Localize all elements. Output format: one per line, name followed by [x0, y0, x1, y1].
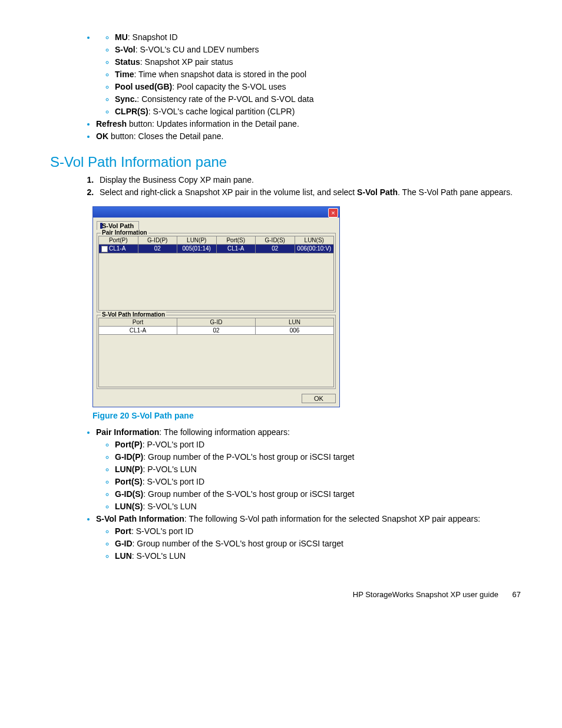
svol-path-information-fieldset: S-Vol Path Information Port G-ID LUN CL1…: [97, 315, 336, 389]
table-row[interactable]: CL1-A 02 005(01:14) CL1-A 02 006(00:10:V…: [99, 245, 334, 253]
term: Pool used(GB): [115, 82, 172, 91]
fieldset-legend: Pair Information: [101, 229, 148, 236]
button-row: OK: [93, 391, 339, 407]
text: . The S-Vol Path pane appears.: [398, 187, 513, 197]
col-lun[interactable]: LUN: [256, 318, 334, 326]
desc: : S-VOL's port ID: [131, 526, 193, 536]
col-port-s[interactable]: Port(S): [216, 236, 256, 245]
doc-title: HP StorageWorks Snapshot XP user guide: [353, 590, 498, 599]
step-1: Display the Business Copy XP main pane.: [96, 175, 521, 185]
desc: : Consistency rate of the P-VOL and S-VO…: [137, 94, 313, 104]
fieldset-legend: S-Vol Path Information: [101, 311, 166, 318]
list-item: Time: Time when snapshot data is stored …: [115, 70, 521, 79]
list-item: Status: Snapshot XP pair status: [115, 57, 521, 67]
tab-svol-path[interactable]: S-Vol Path: [97, 221, 139, 230]
detail-pane-outer-list: MU: Snapshot ID S-Vol: S-VOL's CU and LD…: [96, 32, 521, 141]
col-lun-s[interactable]: LUN(S): [295, 236, 334, 245]
table-row[interactable]: CL1-A 02 006: [99, 326, 334, 334]
list-item: CLPR(S): S-VOL's cache logical partition…: [115, 107, 521, 116]
list-item: MU: Snapshot ID: [115, 32, 521, 42]
desc: : P-VOL's port ID: [143, 440, 204, 449]
term: Time: [115, 70, 134, 79]
term: Status: [115, 57, 140, 67]
table-header-row: Port(P) G-ID(P) LUN(P) Port(S) G-ID(S) L…: [99, 236, 334, 245]
term: Sync.: [115, 94, 137, 104]
list-item: S-Vol: S-VOL's CU and LDEV numbers: [115, 45, 521, 54]
col-gid-p[interactable]: G-ID(P): [138, 236, 177, 245]
pair-info-fields: Port(P): P-VOL's port ID G-ID(P): Group …: [115, 440, 521, 511]
term: Port(S): [115, 477, 143, 486]
desc: : P-VOL's LUN: [143, 465, 196, 474]
list-item: G-ID: Group number of the S-VOL's host g…: [115, 539, 521, 548]
list-item: S-Vol Path Information: The following S-…: [96, 514, 521, 561]
desc: : The following information appears:: [159, 427, 290, 437]
term: LUN: [115, 551, 132, 561]
cell: 02: [177, 326, 256, 334]
pair-information-table: Port(P) G-ID(P) LUN(P) Port(S) G-ID(S) L…: [98, 236, 334, 253]
term: LUN(S): [115, 502, 143, 511]
list-item: LUN(P): P-VOL's LUN: [115, 465, 521, 474]
desc: : S-VOL's LUN: [132, 551, 186, 561]
term: Pair Information: [96, 427, 159, 437]
cell: CL1-A: [99, 245, 138, 253]
list-item: MU: Snapshot ID S-Vol: S-VOL's CU and LD…: [96, 32, 521, 116]
col-gid[interactable]: G-ID: [177, 318, 256, 326]
list-item: Refresh button: Updates information in t…: [96, 119, 521, 129]
svol-path-dialog: × S-Vol Path Pair Information Port(P) G-…: [92, 206, 340, 407]
cell: 006(00:10:V): [295, 245, 334, 253]
list-item: OK button: Closes the Detail pane.: [96, 131, 521, 141]
term: S-Vol: [115, 45, 135, 54]
cell-text: CL1-A: [109, 245, 125, 252]
ok-button[interactable]: OK: [302, 394, 336, 403]
term: Port(P): [115, 440, 143, 449]
desc: : S-VOL's CU and LDEV numbers: [135, 45, 259, 54]
term: MU: [115, 32, 128, 42]
list-item: LUN: S-VOL's LUN: [115, 551, 521, 561]
pair-information-fieldset: Pair Information Port(P) G-ID(P) LUN(P) …: [97, 233, 336, 312]
dialog-titlebar: ×: [93, 207, 339, 218]
term: Refresh: [96, 119, 127, 129]
list-item: Sync.: Consistency rate of the P-VOL and…: [115, 94, 521, 104]
cell: 02: [138, 245, 177, 253]
list-item: Port(S): S-VOL's port ID: [115, 477, 521, 486]
figure-wrapper: × S-Vol Path Pair Information Port(P) G-…: [92, 206, 521, 407]
close-icon[interactable]: ×: [328, 208, 338, 218]
col-gid-s[interactable]: G-ID(S): [256, 236, 295, 245]
desc: : S-VOL's LUN: [143, 502, 196, 511]
list-item: LUN(S): S-VOL's LUN: [115, 502, 521, 511]
text: Select and right-click a Snapshot XP pai…: [100, 187, 357, 197]
desc: : Pool capacity the S-VOL uses: [172, 82, 286, 91]
steps-list: Display the Business Copy XP main pane. …: [96, 175, 521, 197]
desc: : Snapshot ID: [128, 32, 178, 42]
term: CLPR(S): [115, 107, 148, 116]
cell: CL1-A: [99, 326, 177, 334]
step-2: Select and right-click a Snapshot XP pai…: [96, 187, 521, 197]
pane-description-list: Pair Information: The following informat…: [96, 427, 521, 561]
term: OK: [96, 131, 108, 141]
term: S-Vol Path Information: [96, 514, 184, 523]
term: G-ID(P): [115, 452, 143, 462]
cell: 006: [256, 326, 334, 334]
list-item: G-ID(P): Group number of the P-VOL's hos…: [115, 452, 521, 462]
footer-text: HP StorageWorks Snapshot XP user guide 6…: [353, 590, 521, 599]
desc: : S-VOL's port ID: [143, 477, 204, 486]
list-item: Pool used(GB): Pool capacity the S-VOL u…: [115, 82, 521, 91]
desc: : Group number of the S-VOL's host group…: [133, 539, 343, 548]
svol-path-fields: Port: S-VOL's port ID G-ID: Group number…: [115, 526, 521, 561]
empty-rows-area: [98, 335, 334, 387]
term: LUN(P): [115, 465, 143, 474]
desc: : Time when snapshot data is stored in t…: [134, 70, 306, 79]
col-port-p[interactable]: Port(P): [99, 236, 138, 245]
empty-rows-area: [98, 253, 334, 311]
list-item: Port(P): P-VOL's port ID: [115, 440, 521, 449]
desc: : S-VOL's cache logical partition (CLPR): [148, 107, 295, 116]
cell: 02: [256, 245, 295, 253]
col-lun-p[interactable]: LUN(P): [177, 236, 217, 245]
table-header-row: Port G-ID LUN: [99, 318, 334, 326]
section-heading: S-Vol Path Information pane: [50, 154, 521, 170]
col-port[interactable]: Port: [99, 318, 177, 326]
cell: 005(01:14): [177, 245, 217, 253]
document-page: MU: Snapshot ID S-Vol: S-VOL's CU and LD…: [0, 0, 562, 614]
figure-caption: Figure 20 S-Vol Path pane: [92, 411, 521, 420]
list-item: Port: S-VOL's port ID: [115, 526, 521, 536]
